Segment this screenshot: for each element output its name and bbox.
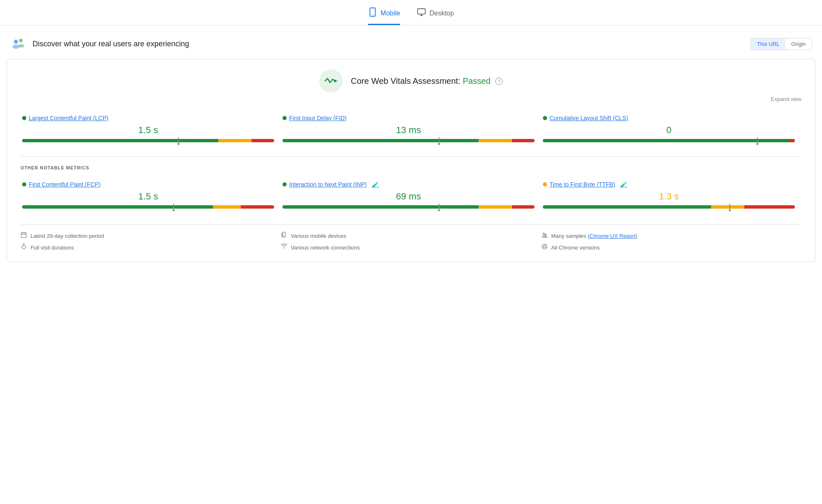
metric-item-lcp: Largest Contentful Paint (LCP) 1.5 s [20, 111, 281, 148]
svg-point-10 [335, 81, 336, 82]
chrome-ux-report-link[interactable]: Chrome UX Report [590, 233, 636, 239]
metric-name-cls[interactable]: Cumulative Layout Shift (CLS) [543, 115, 795, 121]
cwv-help-icon[interactable]: ? [495, 78, 503, 85]
svg-point-5 [14, 40, 18, 44]
this-url-button[interactable]: This URL [751, 38, 785, 50]
metric-dot-cls [543, 116, 547, 120]
svg-line-31 [546, 247, 547, 248]
metric-dot-fid [282, 116, 287, 120]
metric-value-cls: 0 [543, 125, 795, 136]
lab-icon: 🧪 [372, 181, 379, 188]
mobile-icon [368, 8, 377, 19]
footer-network-text: Various network connections [291, 244, 360, 251]
svg-point-24 [543, 233, 545, 234]
metric-item-inp: Interaction to Next Paint (INP) 🧪 69 ms [281, 177, 541, 214]
footer-mobile-devices: Various mobile devices [281, 232, 541, 240]
footer-col-2: Various mobile devices Various network c… [281, 232, 541, 252]
svg-point-25 [545, 234, 546, 235]
metric-dot-ttfb [543, 182, 547, 186]
device-tabs: Mobile Desktop [0, 0, 822, 25]
lab-icon: 🧪 [620, 181, 627, 188]
cwv-status: Passed [463, 76, 491, 86]
samples-icon [541, 232, 548, 240]
chrome-icon [541, 243, 548, 252]
svg-point-11 [337, 81, 338, 81]
cwv-icon-circle [319, 69, 343, 93]
tab-desktop[interactable]: Desktop [417, 8, 454, 25]
svg-rect-22 [282, 233, 283, 237]
calendar-icon [20, 232, 27, 240]
svg-line-32 [542, 247, 543, 248]
other-metrics-label: OTHER NOTABLE METRICS [20, 165, 802, 170]
metric-item-fcp: First Contentful Paint (FCP) 1.5 s [20, 177, 281, 214]
tab-desktop-label: Desktop [429, 10, 454, 17]
info-footer: Latest 28-day collection period Full vis… [20, 224, 802, 252]
url-origin-toggle: This URL Origin [751, 38, 812, 50]
svg-point-8 [18, 44, 24, 48]
mobile-devices-icon [281, 232, 287, 240]
metric-dot-fcp [22, 182, 26, 186]
timer-icon [20, 243, 27, 252]
svg-point-1 [372, 15, 373, 15]
footer-col-3: Many samples (Chrome UX Report) All Chro… [541, 232, 802, 252]
metric-value-fcp: 1.5 s [22, 191, 274, 202]
cwv-title: Core Web Vitals Assessment: Passed ? [351, 76, 503, 86]
metric-value-fid: 13 ms [282, 125, 535, 136]
footer-visit-text: Full visit durations [30, 244, 74, 251]
svg-point-7 [13, 45, 19, 49]
footer-samples: Many samples (Chrome UX Report) [541, 232, 802, 240]
metric-dot-inp [282, 182, 287, 186]
core-metrics-grid: Largest Contentful Paint (LCP) 1.5 s Fir… [20, 111, 802, 148]
metric-name-lcp[interactable]: Largest Contentful Paint (LCP) [22, 115, 274, 121]
metric-name-fid[interactable]: First Input Delay (FID) [282, 115, 535, 121]
metric-value-lcp: 1.5 s [22, 125, 274, 136]
metric-item-ttfb: Time to First Byte (TTFB) 🧪 1.3 s [541, 177, 802, 214]
metric-name-ttfb[interactable]: Time to First Byte (TTFB) 🧪 [543, 181, 795, 188]
section-title: Discover what your real users are experi… [33, 40, 189, 48]
desktop-icon [417, 8, 426, 19]
svg-point-6 [19, 39, 23, 42]
tab-mobile-label: Mobile [381, 10, 400, 17]
origin-button[interactable]: Origin [785, 38, 812, 50]
main-card: Core Web Vitals Assessment: Passed ? Exp… [7, 59, 815, 262]
footer-network: Various network connections [281, 243, 541, 252]
svg-rect-20 [283, 232, 286, 237]
svg-point-29 [543, 245, 545, 247]
expand-view-link[interactable]: Expand view [20, 96, 802, 102]
footer-visit-durations: Full visit durations [20, 243, 281, 252]
metrics-divider [20, 156, 802, 157]
footer-samples-text: Many samples (Chrome UX Report) [551, 233, 638, 239]
other-metrics-grid: First Contentful Paint (FCP) 1.5 s Inter… [20, 177, 802, 214]
footer-col-1: Latest 28-day collection period Full vis… [20, 232, 281, 252]
footer-chrome-text: All Chrome versions [551, 244, 600, 251]
footer-chrome-versions: All Chrome versions [541, 243, 802, 252]
svg-rect-12 [21, 233, 26, 238]
svg-rect-2 [418, 9, 425, 14]
users-icon [10, 35, 27, 52]
footer-collection-text: Latest 28-day collection period [30, 233, 104, 239]
metric-name-inp[interactable]: Interaction to Next Paint (INP) 🧪 [282, 181, 535, 188]
metric-value-inp: 69 ms [282, 191, 535, 202]
footer-collection-period: Latest 28-day collection period [20, 232, 281, 240]
metric-dot-lcp [22, 116, 26, 120]
section-header: Discover what your real users are experi… [0, 35, 822, 59]
tab-mobile[interactable]: Mobile [368, 8, 400, 25]
metric-name-fcp[interactable]: First Contentful Paint (FCP) [22, 181, 274, 188]
network-icon [281, 243, 287, 252]
metric-item-cls: Cumulative Layout Shift (CLS) 0 [541, 111, 802, 148]
metric-value-ttfb: 1.3 s [543, 191, 795, 202]
metric-item-fid: First Input Delay (FID) 13 ms [281, 111, 541, 148]
cwv-header: Core Web Vitals Assessment: Passed ? [20, 69, 802, 93]
footer-mobile-text: Various mobile devices [291, 233, 346, 239]
